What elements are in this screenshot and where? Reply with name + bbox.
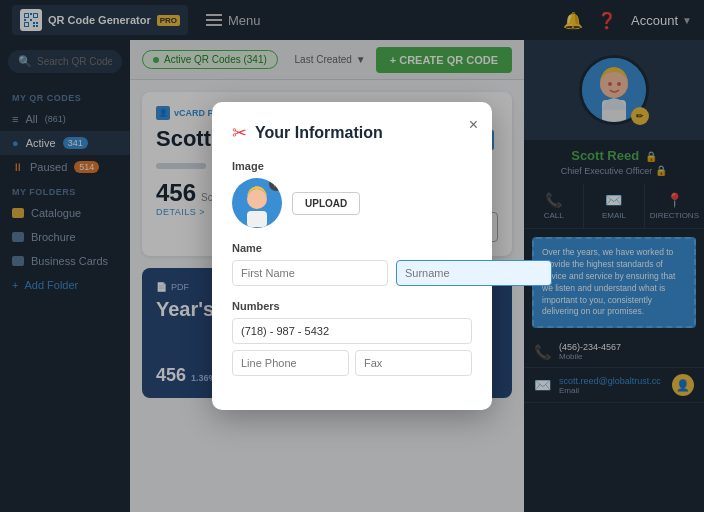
modal-image-area: ✕ UPLOAD: [232, 178, 472, 228]
modal-header: ✂ Your Information: [232, 122, 472, 144]
numbers-row: [232, 318, 472, 376]
numbers-label: Numbers: [232, 300, 472, 312]
modal-avatar: ✕: [232, 178, 282, 228]
svg-point-65: [247, 189, 267, 209]
modal-image-field: Image ✕ UPLOAD: [232, 160, 472, 228]
avatar-remove-icon[interactable]: ✕: [269, 178, 282, 191]
scissors-icon: ✂: [232, 122, 247, 144]
first-name-input[interactable]: [232, 260, 388, 286]
modal-name-field: Name: [232, 242, 472, 286]
fax-input[interactable]: [355, 350, 472, 376]
modal-close-button[interactable]: ×: [469, 116, 478, 134]
image-label: Image: [232, 160, 472, 172]
line-phone-input[interactable]: [232, 350, 349, 376]
upload-button[interactable]: UPLOAD: [292, 192, 360, 215]
phone-input[interactable]: [232, 318, 472, 344]
name-label: Name: [232, 242, 472, 254]
modal-overlay[interactable]: ✂ Your Information × Image ✕ UPLOAD: [0, 0, 704, 512]
surname-input[interactable]: [396, 260, 552, 286]
modal-numbers-field: Numbers: [232, 300, 472, 376]
number-row-dual: [232, 350, 472, 376]
svg-rect-66: [247, 211, 267, 227]
modal-title: Your Information: [255, 124, 383, 142]
name-row: [232, 260, 472, 286]
your-information-modal: ✂ Your Information × Image ✕ UPLOAD: [212, 102, 492, 410]
